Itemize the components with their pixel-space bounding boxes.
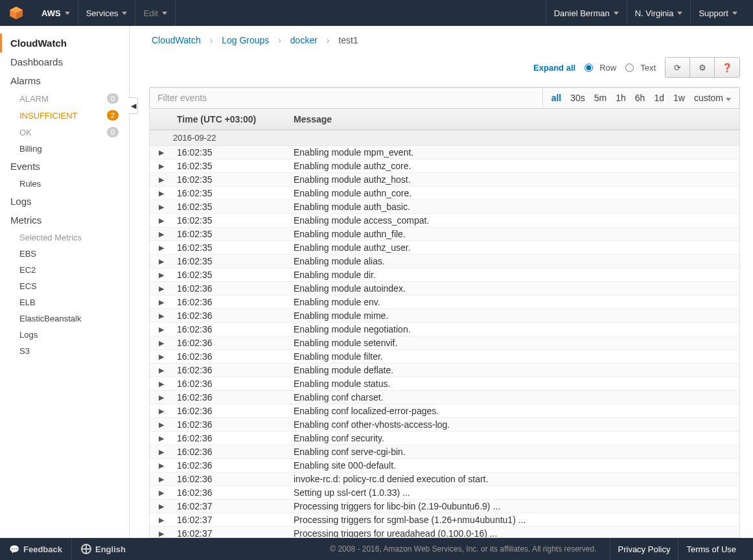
expand-row-icon[interactable]: ▶ — [150, 366, 173, 375]
sidebar-ok[interactable]: OK0 — [0, 124, 129, 141]
sidebar-metric-elasticbeanstalk[interactable]: ElasticBeanstalk — [0, 310, 129, 327]
breadcrumb-cloudwatch[interactable]: CloudWatch — [152, 35, 201, 45]
log-row[interactable]: ▶16:02:35Enabling module auth_basic. — [150, 200, 739, 214]
expand-row-icon[interactable]: ▶ — [150, 162, 173, 170]
aws-logo-icon[interactable] — [8, 5, 25, 21]
log-row[interactable]: ▶16:02:35Enabling module authz_core. — [150, 159, 739, 173]
settings-button[interactable]: ⚙ — [690, 58, 715, 77]
sidebar-metrics[interactable]: Metrics — [0, 211, 129, 229]
sidebar-metric-s3[interactable]: S3 — [0, 343, 129, 359]
language-selector[interactable]: English — [72, 538, 135, 560]
nav-edit[interactable]: Edit — [135, 0, 175, 26]
expand-row-icon[interactable]: ▶ — [150, 502, 173, 511]
sidebar-alarm[interactable]: ALARM0 — [0, 90, 129, 107]
expand-row-icon[interactable]: ▶ — [150, 203, 173, 211]
log-row[interactable]: ▶16:02:36Setting up ssl-cert (1.0.33) ..… — [150, 486, 739, 500]
expand-row-icon[interactable]: ▶ — [150, 489, 173, 497]
expand-row-icon[interactable]: ▶ — [150, 461, 173, 470]
expand-row-icon[interactable]: ▶ — [150, 353, 173, 361]
range-5m[interactable]: 5m — [590, 89, 611, 107]
privacy-policy-link[interactable]: Privacy Policy — [610, 538, 678, 560]
expand-row-icon[interactable]: ▶ — [150, 285, 173, 293]
expand-row-icon[interactable]: ▶ — [150, 257, 173, 266]
range-30s[interactable]: 30s — [566, 89, 590, 107]
log-row[interactable]: ▶16:02:35Enabling module dir. — [150, 268, 739, 282]
view-text-radio[interactable]: Text — [625, 63, 656, 73]
log-row[interactable]: ▶16:02:36Enabling conf security. — [150, 432, 739, 445]
expand-row-icon[interactable]: ▶ — [150, 298, 173, 307]
nav-support[interactable]: Support — [690, 0, 745, 26]
sidebar-metric-logs[interactable]: Logs — [0, 327, 129, 343]
refresh-button[interactable]: ⟳ — [666, 58, 690, 77]
expand-row-icon[interactable]: ▶ — [150, 271, 173, 279]
log-row[interactable]: ▶16:02:35Enabling module authn_core. — [150, 187, 739, 200]
expand-row-icon[interactable]: ▶ — [150, 475, 173, 484]
log-row[interactable]: ▶16:02:37Processing triggers for libc-bi… — [150, 500, 739, 513]
log-row[interactable]: ▶16:02:35Enabling module authz_host. — [150, 173, 739, 187]
sidebar-logs[interactable]: Logs — [0, 192, 129, 211]
nav-services[interactable]: Services — [78, 0, 136, 26]
expand-row-icon[interactable]: ▶ — [150, 421, 173, 429]
expand-row-icon[interactable]: ▶ — [150, 216, 173, 225]
sidebar-metric-ebs[interactable]: EBS — [0, 246, 129, 262]
log-row[interactable]: ▶16:02:35Enabling module access_compat. — [150, 214, 739, 228]
expand-row-icon[interactable]: ▶ — [150, 434, 173, 443]
expand-row-icon[interactable]: ▶ — [150, 148, 173, 157]
log-row[interactable]: ▶16:02:36Enabling module env. — [150, 296, 739, 309]
breadcrumb-log-groups[interactable]: Log Groups — [222, 35, 269, 45]
nav-user[interactable]: Daniel Berman — [546, 0, 627, 26]
log-row[interactable]: ▶16:02:35Enabling module alias. — [150, 255, 739, 268]
nav-aws[interactable]: AWS — [34, 0, 78, 26]
log-row[interactable]: ▶16:02:36Enabling module setenvif. — [150, 336, 739, 350]
expand-row-icon[interactable]: ▶ — [150, 393, 173, 402]
log-row[interactable]: ▶16:02:36Enabling conf charset. — [150, 391, 739, 404]
log-row[interactable]: ▶16:02:36Enabling module deflate. — [150, 364, 739, 377]
sidebar-dashboards[interactable]: Dashboards — [0, 52, 129, 71]
expand-row-icon[interactable]: ▶ — [150, 244, 173, 252]
range-all[interactable]: all — [547, 89, 566, 107]
log-row[interactable]: ▶16:02:36Enabling conf localized-error-p… — [150, 404, 739, 418]
log-row[interactable]: ▶16:02:36Enabling conf other-vhosts-acce… — [150, 418, 739, 432]
expand-row-icon[interactable]: ▶ — [150, 380, 173, 388]
sidebar-collapse-toggle[interactable]: ◀ — [129, 97, 138, 114]
expand-row-icon[interactable]: ▶ — [150, 176, 173, 184]
expand-row-icon[interactable]: ▶ — [150, 530, 173, 538]
expand-all-link[interactable]: Expand all — [533, 63, 575, 73]
range-1w[interactable]: 1w — [669, 89, 689, 107]
log-row[interactable]: ▶16:02:36Enabling module mime. — [150, 309, 739, 323]
log-row[interactable]: ▶16:02:36Enabling module negotiation. — [150, 323, 739, 336]
range-1h[interactable]: 1h — [611, 89, 631, 107]
log-row[interactable]: ▶16:02:36Enabling conf serve-cgi-bin. — [150, 445, 739, 459]
expand-row-icon[interactable]: ▶ — [150, 516, 173, 524]
sidebar-selected-metrics[interactable]: Selected Metrics — [0, 229, 129, 246]
expand-row-icon[interactable]: ▶ — [150, 325, 173, 334]
view-row-radio[interactable]: Row — [585, 63, 616, 73]
sidebar-events[interactable]: Events — [0, 157, 129, 176]
log-row[interactable]: ▶16:02:36Enabling module autoindex. — [150, 282, 739, 296]
log-row[interactable]: ▶16:02:35Enabling module mpm_event. — [150, 146, 739, 159]
terms-of-use-link[interactable]: Terms of Use — [678, 538, 744, 560]
log-row[interactable]: ▶16:02:35Enabling module authn_file. — [150, 228, 739, 241]
sidebar-metric-ec2[interactable]: EC2 — [0, 262, 129, 278]
log-row[interactable]: ▶16:02:37Processing triggers for sgml-ba… — [150, 513, 739, 527]
sidebar-cloudwatch[interactable]: CloudWatch — [0, 34, 129, 52]
log-row[interactable]: ▶16:02:36invoke-rc.d: policy-rc.d denied… — [150, 472, 739, 486]
help-button[interactable]: ❓ — [715, 58, 739, 77]
col-message-header[interactable]: Message — [290, 109, 739, 130]
range-6h[interactable]: 6h — [631, 89, 650, 107]
log-row[interactable]: ▶16:02:36Enabling site 000-default. — [150, 459, 739, 472]
log-row[interactable]: ▶16:02:37Processing triggers for ureadah… — [150, 527, 739, 538]
sidebar-billing[interactable]: Billing — [0, 141, 129, 157]
log-row[interactable]: ▶16:02:36Enabling module status. — [150, 377, 739, 391]
range-custom[interactable]: custom — [689, 89, 736, 107]
filter-events-input[interactable] — [150, 88, 542, 108]
expand-row-icon[interactable]: ▶ — [150, 448, 173, 456]
sidebar-metric-elb[interactable]: ELB — [0, 294, 129, 310]
range-1d[interactable]: 1d — [649, 89, 669, 107]
col-time-header[interactable]: Time (UTC +03:00) — [173, 109, 290, 130]
sidebar-insufficient[interactable]: INSUFFICIENT2 — [0, 107, 129, 124]
expand-row-icon[interactable]: ▶ — [150, 189, 173, 198]
expand-row-icon[interactable]: ▶ — [150, 407, 173, 415]
expand-row-icon[interactable]: ▶ — [150, 339, 173, 347]
sidebar-metric-ecs[interactable]: ECS — [0, 278, 129, 294]
